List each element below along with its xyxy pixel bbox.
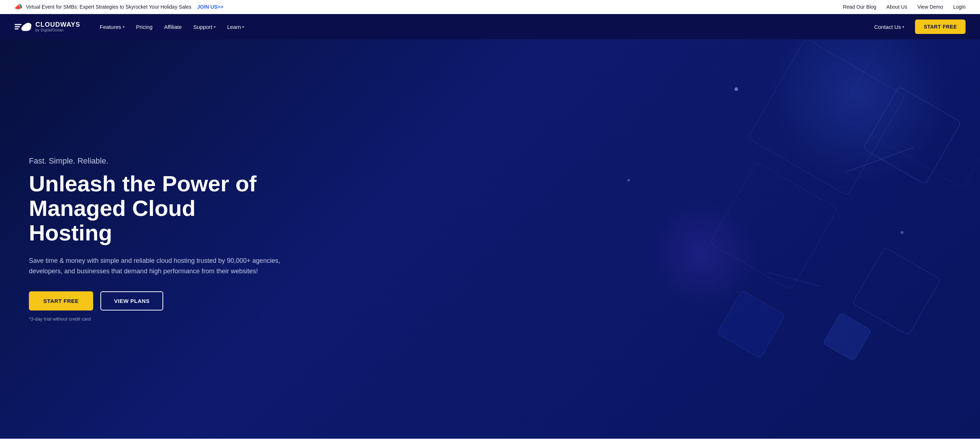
announcement-bar: 📣 Virtual Event for SMBs: Expert Strateg… bbox=[0, 0, 980, 14]
megaphone-icon: 📣 bbox=[14, 3, 22, 11]
nav-pricing[interactable]: Pricing bbox=[131, 21, 158, 33]
hero-title: Unleash the Power of Managed Cloud Hosti… bbox=[29, 172, 282, 245]
dot-decoration-1 bbox=[735, 87, 738, 91]
read-blog-link[interactable]: Read Our Blog bbox=[843, 4, 877, 10]
nav-support[interactable]: Support ▾ bbox=[188, 21, 221, 33]
trial-note: *3-day trial without credit card bbox=[29, 316, 282, 322]
contact-us-button[interactable]: Contact Us ▾ bbox=[869, 21, 909, 33]
hero-view-plans-button[interactable]: VIEW PLANS bbox=[100, 291, 163, 310]
hero-description: Save time & money with simple and reliab… bbox=[29, 256, 282, 277]
logo[interactable]: CLOUDWAYS by DigitalOcean bbox=[14, 19, 80, 34]
nav-learn[interactable]: Learn ▾ bbox=[222, 21, 249, 33]
nav-links: Features ▾ Pricing Affiliate Support ▾ L… bbox=[95, 21, 249, 33]
logo-icon bbox=[14, 19, 32, 34]
announcement-right: Read Our Blog About Us View Demo Login bbox=[843, 4, 966, 10]
dot-decoration-3 bbox=[628, 179, 630, 181]
view-demo-link[interactable]: View Demo bbox=[917, 4, 943, 10]
join-us-link[interactable]: JOIN US>> bbox=[197, 4, 223, 10]
announcement-left: 📣 Virtual Event for SMBs: Expert Strateg… bbox=[14, 3, 223, 11]
hero-background-shapes bbox=[343, 39, 980, 439]
login-link[interactable]: Login bbox=[953, 4, 966, 10]
hero-tagline: Fast. Simple. Reliable. bbox=[29, 156, 282, 166]
nav-affiliate[interactable]: Affiliate bbox=[159, 21, 187, 33]
svg-point-5 bbox=[25, 23, 32, 29]
features-chevron-icon: ▾ bbox=[123, 25, 124, 29]
main-navbar: CLOUDWAYS by DigitalOcean Features ▾ Pri… bbox=[0, 14, 980, 39]
navbar-start-free-button[interactable]: START FREE bbox=[915, 19, 966, 34]
contact-chevron-icon: ▾ bbox=[902, 25, 904, 29]
dot-decoration-2 bbox=[900, 231, 904, 234]
hero-content: Fast. Simple. Reliable. Unleash the Powe… bbox=[0, 127, 296, 350]
support-chevron-icon: ▾ bbox=[214, 25, 216, 29]
learn-chevron-icon: ▾ bbox=[242, 25, 244, 29]
hex-shape-6 bbox=[822, 312, 872, 362]
hex-shape-4 bbox=[852, 247, 941, 336]
announcement-text: Virtual Event for SMBs: Expert Strategie… bbox=[26, 4, 191, 10]
hero-section: Fast. Simple. Reliable. Unleash the Powe… bbox=[0, 39, 980, 439]
navbar-right: Contact Us ▾ START FREE bbox=[869, 19, 966, 34]
about-us-link[interactable]: About Us bbox=[886, 4, 907, 10]
hero-buttons: START FREE VIEW PLANS bbox=[29, 291, 282, 310]
nav-features[interactable]: Features ▾ bbox=[95, 21, 129, 33]
hero-start-free-button[interactable]: START FREE bbox=[29, 291, 93, 310]
logo-text: CLOUDWAYS by DigitalOcean bbox=[35, 21, 80, 32]
navbar-left: CLOUDWAYS by DigitalOcean Features ▾ Pri… bbox=[14, 19, 249, 34]
